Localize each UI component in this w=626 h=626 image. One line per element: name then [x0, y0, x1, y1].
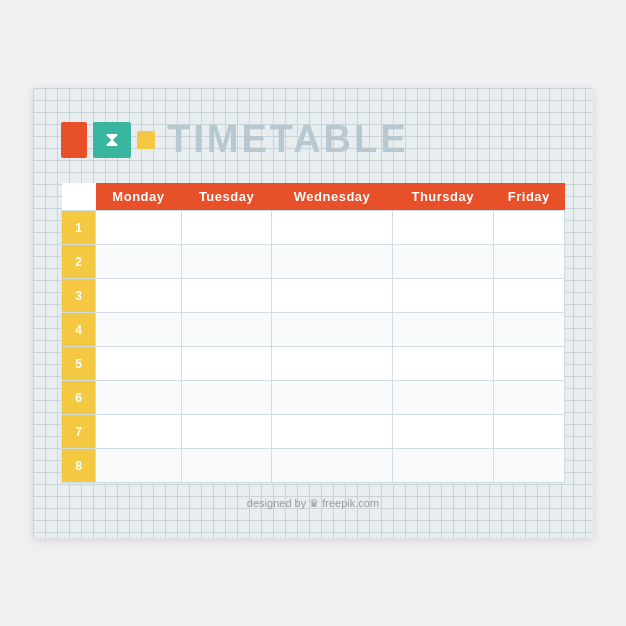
cell-row5-col2[interactable]	[181, 347, 271, 381]
cell-row3-col5[interactable]	[493, 279, 564, 313]
header: ⧗ TIMETABLE	[61, 118, 565, 161]
cell-row5-col4[interactable]	[392, 347, 493, 381]
row-number-2: 2	[62, 245, 96, 279]
cell-row5-col3[interactable]	[272, 347, 393, 381]
col-thursday: Thursday	[392, 183, 493, 211]
cell-row6-col3[interactable]	[272, 381, 393, 415]
cell-row6-col4[interactable]	[392, 381, 493, 415]
cell-row1-col5[interactable]	[493, 211, 564, 245]
cell-row2-col4[interactable]	[392, 245, 493, 279]
cell-row8-col1[interactable]	[96, 449, 182, 483]
cell-row8-col5[interactable]	[493, 449, 564, 483]
cell-row1-col2[interactable]	[181, 211, 271, 245]
teal-box: ⧗	[93, 122, 131, 158]
cell-row1-col1[interactable]	[96, 211, 182, 245]
cell-row3-col4[interactable]	[392, 279, 493, 313]
cell-row2-col3[interactable]	[272, 245, 393, 279]
cell-row4-col3[interactable]	[272, 313, 393, 347]
cell-row4-col2[interactable]	[181, 313, 271, 347]
row-number-4: 4	[62, 313, 96, 347]
row-number-7: 7	[62, 415, 96, 449]
cell-row5-col1[interactable]	[96, 347, 182, 381]
footer: designed by ♛ freepik.com	[61, 497, 565, 510]
orange-rectangle	[61, 122, 87, 158]
col-tuesday: Tuesday	[181, 183, 271, 211]
yellow-rectangle	[137, 131, 155, 149]
cell-row5-col5[interactable]	[493, 347, 564, 381]
cell-row3-col2[interactable]	[181, 279, 271, 313]
page-title: TIMETABLE	[167, 118, 409, 161]
cell-row6-col5[interactable]	[493, 381, 564, 415]
timetable-card: ⧗ TIMETABLE Monday Tuesday Wednesday Thu…	[33, 88, 593, 538]
cell-row7-col4[interactable]	[392, 415, 493, 449]
cell-row3-col1[interactable]	[96, 279, 182, 313]
timetable-grid: Monday Tuesday Wednesday Thursday Friday…	[61, 183, 565, 483]
cell-row7-col3[interactable]	[272, 415, 393, 449]
col-wednesday: Wednesday	[272, 183, 393, 211]
hourglass-icon: ⧗	[105, 128, 119, 151]
cell-row1-col3[interactable]	[272, 211, 393, 245]
row-number-6: 6	[62, 381, 96, 415]
footer-text: designed by ♛ freepik.com	[247, 497, 379, 509]
cell-row7-col2[interactable]	[181, 415, 271, 449]
cell-row3-col3[interactable]	[272, 279, 393, 313]
cell-row6-col2[interactable]	[181, 381, 271, 415]
corner-header	[62, 183, 96, 211]
cell-row6-col1[interactable]	[96, 381, 182, 415]
row-number-8: 8	[62, 449, 96, 483]
cell-row1-col4[interactable]	[392, 211, 493, 245]
col-monday: Monday	[96, 183, 182, 211]
cell-row4-col5[interactable]	[493, 313, 564, 347]
cell-row7-col5[interactable]	[493, 415, 564, 449]
cell-row2-col1[interactable]	[96, 245, 182, 279]
cell-row4-col4[interactable]	[392, 313, 493, 347]
cell-row2-col2[interactable]	[181, 245, 271, 279]
cell-row8-col2[interactable]	[181, 449, 271, 483]
row-number-5: 5	[62, 347, 96, 381]
cell-row8-col4[interactable]	[392, 449, 493, 483]
row-number-3: 3	[62, 279, 96, 313]
cell-row8-col3[interactable]	[272, 449, 393, 483]
cell-row4-col1[interactable]	[96, 313, 182, 347]
col-friday: Friday	[493, 183, 564, 211]
cell-row7-col1[interactable]	[96, 415, 182, 449]
cell-row2-col5[interactable]	[493, 245, 564, 279]
row-number-1: 1	[62, 211, 96, 245]
